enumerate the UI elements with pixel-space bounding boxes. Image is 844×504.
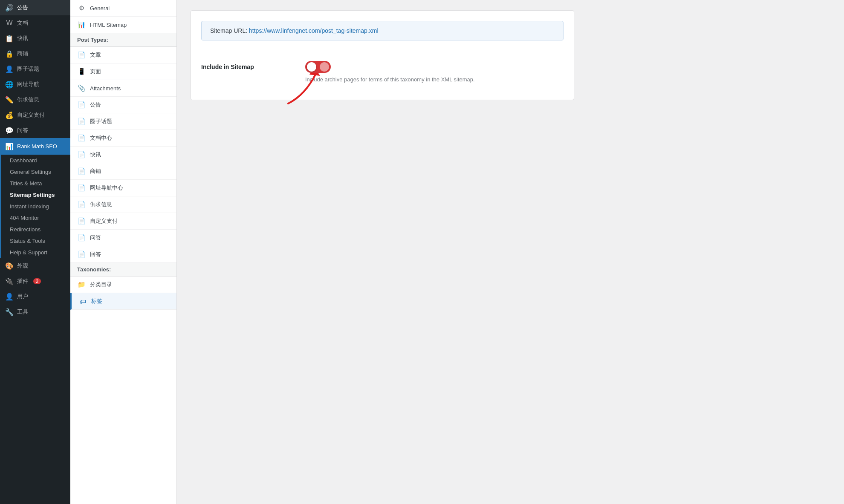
toggle-track	[305, 61, 331, 73]
sidebar-item-kuaixun[interactable]: 📋 快讯	[0, 31, 70, 46]
wp-admin-sidebar: 🔊 公告 W 文档 📋 快讯 🔒 商铺 👤 圈子话题 🌐 网址导航 ✏️ 供求信…	[0, 0, 70, 504]
html-sitemap-icon: 📊	[77, 21, 86, 29]
submenu-redirections[interactable]: Redirections	[1, 224, 70, 235]
sidebar-item-label: 工具	[17, 308, 28, 316]
nav-taxonomy-fenleimu[interactable]: 📁 分类目录	[70, 276, 176, 293]
nav-post-type-wenda[interactable]: 📄 问答	[70, 230, 176, 246]
yonghu-icon: 👤	[5, 293, 14, 301]
post-types-section-header: Post Types:	[70, 33, 176, 47]
sidebar-item-wangzhidaohang[interactable]: 🌐 网址导航	[0, 77, 70, 92]
waiguan-icon: 🎨	[5, 262, 14, 270]
nav-label: 分类目录	[90, 281, 112, 288]
sidebar-item-label: 问答	[17, 127, 28, 134]
huida-nav-icon: 📄	[77, 251, 86, 258]
submenu-sitemap-settings[interactable]: Sitemap Settings	[1, 189, 70, 201]
wenda-nav-icon: 📄	[77, 234, 86, 242]
submenu-general-settings[interactable]: General Settings	[1, 166, 70, 178]
submenu-status-tools[interactable]: Status & Tools	[1, 235, 70, 247]
nav-post-type-wendangzhongxin[interactable]: 📄 文档中心	[70, 130, 176, 147]
nav-post-type-shangpu[interactable]: 📄 商铺	[70, 163, 176, 180]
shangpu-nav-icon: 📄	[77, 167, 86, 175]
nav-taxonomy-biaoqian[interactable]: 🏷 标签	[70, 293, 176, 310]
include-in-sitemap-description: Include archive pages for terms of this …	[305, 76, 475, 83]
sidebar-item-gonggao[interactable]: 🔊 公告	[0, 0, 70, 15]
nav-general[interactable]: ⚙ General	[70, 0, 176, 17]
sidebar-item-label: 圈子话题	[17, 65, 39, 73]
nav-label: 自定义支付	[90, 217, 118, 225]
sidebar-item-label: 公告	[17, 4, 28, 12]
nav-general-label: General	[90, 5, 110, 12]
wenzhang-nav-icon: 📄	[77, 51, 86, 59]
kuaixun-nav-icon: 📄	[77, 151, 86, 158]
shangpu-icon: 🔒	[5, 50, 14, 58]
chajian-icon: 🔌	[5, 277, 14, 285]
sidebar-item-label: 自定义支付	[17, 111, 45, 119]
nav-post-type-yemian[interactable]: 📱 页面	[70, 63, 176, 80]
quanzihuti-nav-icon: 📄	[77, 118, 86, 125]
content-card: Sitemap URL: https://www.linfengnet.com/…	[191, 10, 574, 100]
main-content: Sitemap URL: https://www.linfengnet.com/…	[177, 0, 844, 504]
sitemap-url-bar: Sitemap URL: https://www.linfengnet.com/…	[201, 21, 564, 40]
nav-post-type-wangzhidaohangzhongxin[interactable]: 📄 网址导航中心	[70, 180, 176, 196]
nav-label: 回答	[90, 251, 101, 258]
zidingyizhifu-icon: 💰	[5, 111, 14, 119]
nav-html-sitemap-label: HTML Sitemap	[90, 22, 127, 28]
wendang-icon: W	[5, 19, 14, 27]
submenu-instant-indexing[interactable]: Instant Indexing	[1, 201, 70, 212]
sidebar-item-chajian[interactable]: 🔌 插件 2	[0, 274, 70, 289]
nav-post-type-attachments[interactable]: 📎 Attachments	[70, 80, 176, 97]
yemian-nav-icon: 📱	[77, 68, 86, 75]
nav-html-sitemap[interactable]: 📊 HTML Sitemap	[70, 17, 176, 33]
sidebar-item-gongju[interactable]: 🔧 工具	[0, 304, 70, 320]
wendangzhongxin-nav-icon: 📄	[77, 134, 86, 142]
sidebar-item-wendang[interactable]: W 文档	[0, 15, 70, 31]
nav-label: 圈子话题	[90, 118, 112, 125]
sidebar-rankmath-label: Rank Math SEO	[17, 143, 57, 150]
sidebar-item-rankmath[interactable]: 📊 Rank Math SEO	[0, 138, 70, 155]
sidebar-item-waiguan[interactable]: 🎨 外观	[0, 258, 70, 274]
sidebar-item-yonghu[interactable]: 👤 用户	[0, 289, 70, 304]
sidebar-item-label: 供求信息	[17, 96, 39, 104]
toggle-thumb-right	[320, 62, 329, 72]
nav-post-type-gonggao[interactable]: 📄 公告	[70, 97, 176, 113]
gonggao-icon: 🔊	[5, 4, 14, 12]
nav-post-type-zidingyizhifu[interactable]: 📄 自定义支付	[70, 213, 176, 230]
wangzhidaohangzhongxin-nav-icon: 📄	[77, 184, 86, 192]
sidebar-item-label: 网址导航	[17, 81, 39, 88]
nav-post-type-wenzhang[interactable]: 📄 文章	[70, 47, 176, 63]
nav-label: 快讯	[90, 151, 101, 158]
nav-label: 文章	[90, 51, 101, 59]
nav-label: 商铺	[90, 167, 101, 175]
sidebar-item-label: 文档	[17, 19, 28, 27]
taxonomies-section-header: Taxonomies:	[70, 263, 176, 276]
nav-post-type-gongqiuxinxi[interactable]: 📄 供求信息	[70, 196, 176, 213]
nav-label: 文档中心	[90, 134, 112, 142]
include-in-sitemap-toggle[interactable]	[305, 61, 331, 73]
sidebar-item-wenda[interactable]: 💬 问答	[0, 123, 70, 138]
nav-label: 网址导航中心	[90, 184, 123, 192]
gonggao-nav-icon: 📄	[77, 101, 86, 109]
sidebar-item-quanzihuti[interactable]: 👤 圈子话题	[0, 61, 70, 77]
toggle-area	[305, 61, 475, 73]
nav-post-type-quanzihuti[interactable]: 📄 圈子话题	[70, 113, 176, 130]
sidebar-item-gongqiuxinxi[interactable]: ✏️ 供求信息	[0, 92, 70, 107]
nav-label: Attachments	[90, 85, 121, 92]
kuaixun-icon: 📋	[5, 35, 14, 43]
sitemap-url-link[interactable]: https://www.linfengnet.com/post_tag-site…	[249, 27, 378, 34]
include-in-sitemap-label: Include in Sitemap	[201, 61, 295, 70]
nav-post-type-huida[interactable]: 📄 回答	[70, 246, 176, 263]
gongqiuxinxi-nav-icon: 📄	[77, 201, 86, 208]
include-in-sitemap-row: Include in Sitemap	[201, 54, 564, 89]
wangzhidaohang-icon: 🌐	[5, 81, 14, 89]
submenu-dashboard[interactable]: Dashboard	[1, 155, 70, 166]
sidebar-item-zidingyizhifu[interactable]: 💰 自定义支付	[0, 107, 70, 123]
submenu-help-support[interactable]: Help & Support	[1, 247, 70, 258]
submenu-404-monitor[interactable]: 404 Monitor	[1, 212, 70, 224]
sidebar-item-label: 商铺	[17, 50, 28, 58]
nav-post-type-kuaixun[interactable]: 📄 快讯	[70, 147, 176, 163]
submenu-titles-meta[interactable]: Titles & Meta	[1, 178, 70, 189]
rankmath-icon: 📊	[5, 142, 14, 150]
fenleimu-nav-icon: 📁	[77, 281, 86, 288]
quanzihuti-icon: 👤	[5, 65, 14, 73]
sidebar-item-shangpu[interactable]: 🔒 商铺	[0, 46, 70, 61]
